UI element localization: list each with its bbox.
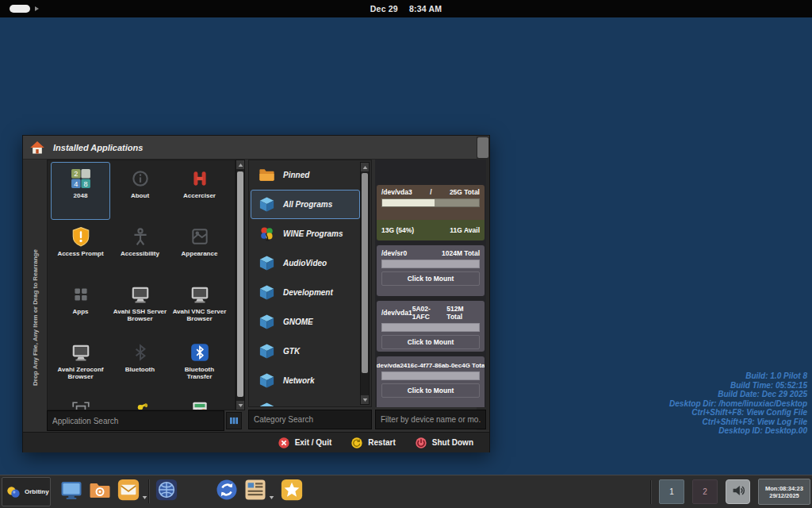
app-item[interactable]: Access Prompt xyxy=(51,220,110,278)
app-grid-scrollbar[interactable] xyxy=(236,160,245,410)
app-item[interactable]: Avahi SSH Server Browser xyxy=(110,278,170,336)
app-item[interactable]: Appearance xyxy=(170,220,229,278)
app-item[interactable]: 248 2048 xyxy=(51,162,110,220)
taskbar-item[interactable] xyxy=(59,479,84,504)
click-to-mount-button[interactable]: Click to Mount xyxy=(381,271,480,286)
app-item[interactable]: Accessibility xyxy=(110,220,170,278)
workspace-2-button[interactable]: 2 xyxy=(692,479,718,504)
workspace-1-button[interactable]: 1 xyxy=(659,479,684,504)
category-item[interactable]: GTK xyxy=(251,337,360,366)
orbitiny-launcher-button[interactable]: Orbitiny xyxy=(2,477,51,506)
category-label: GNOME xyxy=(283,318,313,326)
category-item[interactable] xyxy=(251,395,360,407)
svg-text:2: 2 xyxy=(74,170,78,178)
calculator-icon xyxy=(190,400,210,410)
app-item[interactable]: Avahi VNC Server Browser xyxy=(170,278,229,336)
device-card-vda1[interactable]: /dev/vda1 5A02-1AFC 512M Total Click to … xyxy=(377,301,485,352)
shutdown-button[interactable]: Shut Down xyxy=(415,437,473,449)
shortcut-log: Ctrl+Shift+F9: View Log File xyxy=(669,418,807,427)
drop-zone-strip[interactable]: Drop Any File, Any Item or Drag to Rearr… xyxy=(23,160,47,432)
speaker-icon xyxy=(730,482,747,502)
category-search-input[interactable] xyxy=(248,410,372,429)
device-avail: 11G Avail xyxy=(450,226,480,234)
dropdown-arrow-icon[interactable] xyxy=(269,489,274,494)
taskbar-item[interactable] xyxy=(116,479,141,504)
exit-label: Exit / Quit xyxy=(295,438,332,447)
app-scrollbar-thumb[interactable] xyxy=(237,171,243,397)
cube-icon xyxy=(258,342,276,360)
window-titlebar[interactable]: Installed Applications xyxy=(23,136,489,160)
view-toggle-button[interactable] xyxy=(226,412,242,429)
category-item[interactable]: Pinned xyxy=(251,160,360,190)
device-card-vda3[interactable]: /dev/vda3 / 25G Total 13G (54%) 11G Avai… xyxy=(377,185,485,241)
scroll-down-icon[interactable] xyxy=(361,395,369,404)
exit-icon xyxy=(278,437,290,449)
category-scrollbar-thumb[interactable] xyxy=(362,173,368,373)
screen: { "menubar": { "date": "Dec 29", "time":… xyxy=(0,0,812,508)
build-info: Build: 1.0 Pilot 8 Build Time: 05:52:15 … xyxy=(669,371,807,436)
taskbar-item[interactable] xyxy=(279,479,304,504)
device-card-sr0[interactable]: /dev/sr0 1024M Total Click to Mount xyxy=(377,245,485,296)
menu-pill-icon[interactable] xyxy=(10,5,30,13)
app-item[interactable] xyxy=(51,394,110,410)
category-label: GTK xyxy=(283,347,300,356)
app-item[interactable]: Bluetooth xyxy=(110,336,170,394)
scroll-up-icon[interactable] xyxy=(361,163,369,171)
disk-usage-bar xyxy=(381,198,480,207)
category-item[interactable]: AudioVideo xyxy=(251,248,360,278)
application-search-input[interactable] xyxy=(47,410,224,431)
taskbar-item[interactable] xyxy=(87,479,113,504)
device-total: 25G Total xyxy=(450,188,480,196)
device-total: 512M Total xyxy=(446,305,480,321)
device-name: /dev/sr0 xyxy=(381,249,407,257)
window-scrollbar-thumb[interactable] xyxy=(477,137,488,158)
category-item[interactable]: GNOME xyxy=(251,307,360,337)
taskbar-clock[interactable]: Mon:08:34:23 29/12/2025 xyxy=(758,479,810,505)
volume-button[interactable] xyxy=(726,479,750,504)
disk-usage-bar xyxy=(381,371,480,380)
category-item[interactable]: All Programs xyxy=(251,190,360,219)
device-header: /dev/vda3 / 25G Total xyxy=(377,185,485,220)
category-label: Pinned xyxy=(283,171,309,179)
app-item[interactable]: Apps xyxy=(51,278,110,336)
cube-icon xyxy=(258,313,276,331)
disk-usage-fill xyxy=(382,199,435,206)
home-icon xyxy=(29,140,45,156)
bluetooth-dim-icon xyxy=(130,342,151,363)
tb-mail-icon xyxy=(117,478,140,505)
app-item[interactable]: Accerciser xyxy=(170,162,229,220)
app-item[interactable]: Bluetooth Transfer xyxy=(170,336,229,394)
app-item[interactable]: Avahi Zeroconf Browser xyxy=(51,336,110,394)
appearance-icon xyxy=(190,226,210,247)
taskbar-item[interactable] xyxy=(243,479,268,504)
category-scrollbar[interactable] xyxy=(360,162,370,405)
app-label: 2048 xyxy=(74,192,88,199)
build-date: Build Date: Dec 29 2025 xyxy=(669,390,807,399)
restart-button[interactable]: Restart xyxy=(350,437,395,449)
restart-label: Restart xyxy=(368,438,395,447)
scroll-up-icon[interactable] xyxy=(236,160,244,169)
desktop-id: Desktop ID: Desktop.00 xyxy=(669,426,807,436)
category-item[interactable]: Development xyxy=(251,278,360,307)
device-card-vda2[interactable]: /dev/vda2416c-4f77-86ab-0ec4G Total Clic… xyxy=(377,356,485,407)
dropdown-arrow-icon[interactable] xyxy=(142,489,147,494)
app-item[interactable]: About xyxy=(110,162,170,220)
click-to-mount-button[interactable]: Click to Mount xyxy=(381,335,480,349)
device-filter-input[interactable] xyxy=(375,410,486,429)
menubar-left-group[interactable] xyxy=(10,5,39,13)
apps-icon xyxy=(71,284,91,305)
category-item[interactable]: Network xyxy=(251,366,360,395)
window-title: Installed Applications xyxy=(53,143,143,152)
scroll-down-icon[interactable] xyxy=(236,401,244,410)
menubar-time: 8:34 AM xyxy=(409,4,442,13)
exit-quit-button[interactable]: Exit / Quit xyxy=(278,437,332,449)
taskbar-item[interactable] xyxy=(214,479,239,504)
wine-icon xyxy=(258,225,276,243)
taskbar-item[interactable] xyxy=(154,479,179,504)
app-item[interactable] xyxy=(170,394,229,410)
app-item[interactable] xyxy=(110,394,170,410)
launcher-window: Installed Applications Drop Any File, An… xyxy=(22,135,490,452)
category-item[interactable]: WINE Programs xyxy=(251,219,360,248)
tb-globe-icon xyxy=(155,478,178,505)
click-to-mount-button[interactable]: Click to Mount xyxy=(381,383,480,398)
